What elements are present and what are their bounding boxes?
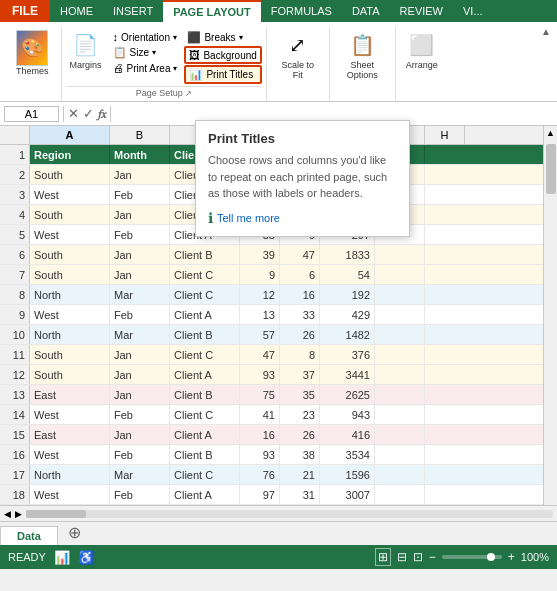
table-row[interactable]: 11 South Jan Client C 47 8 376 bbox=[0, 345, 557, 365]
tooltip-link[interactable]: ℹ Tell me more bbox=[208, 210, 397, 226]
table-row[interactable]: 6 South Jan Client B 39 47 1833 bbox=[0, 245, 557, 265]
cell-month[interactable]: Feb bbox=[110, 185, 170, 204]
cell-f[interactable]: 1596 bbox=[320, 465, 375, 484]
cell-client[interactable]: Client A bbox=[170, 425, 240, 444]
table-row[interactable]: 8 North Mar Client C 12 16 192 bbox=[0, 285, 557, 305]
cell-month[interactable]: Feb bbox=[110, 445, 170, 464]
cell-f[interactable]: 2625 bbox=[320, 385, 375, 404]
cell-client[interactable]: Client B bbox=[170, 245, 240, 264]
cell-d[interactable]: 93 bbox=[240, 445, 280, 464]
cell-region[interactable]: South bbox=[30, 165, 110, 184]
cell-e[interactable]: 31 bbox=[280, 485, 320, 504]
cell-region[interactable]: West bbox=[30, 185, 110, 204]
review-tab[interactable]: REVIEW bbox=[390, 0, 453, 22]
table-row[interactable]: 13 East Jan Client B 75 35 2625 bbox=[0, 385, 557, 405]
cell-f[interactable]: 3441 bbox=[320, 365, 375, 384]
cell-month[interactable]: Jan bbox=[110, 385, 170, 404]
h-scroll-thumb[interactable] bbox=[26, 510, 86, 518]
print-titles-button[interactable]: 📊 Print Titles bbox=[184, 65, 261, 84]
cell-d[interactable]: 47 bbox=[240, 345, 280, 364]
cell-d[interactable]: 76 bbox=[240, 465, 280, 484]
cell-region[interactable]: East bbox=[30, 425, 110, 444]
cell-d[interactable]: 93 bbox=[240, 365, 280, 384]
cell-g[interactable] bbox=[375, 485, 425, 504]
cell-client[interactable]: Client A bbox=[170, 365, 240, 384]
formulas-tab[interactable]: FORMULAS bbox=[261, 0, 342, 22]
cell-e[interactable]: 35 bbox=[280, 385, 320, 404]
cell-client[interactable]: Client B bbox=[170, 325, 240, 344]
zoom-slider-track[interactable] bbox=[442, 555, 502, 559]
cell-g[interactable] bbox=[375, 285, 425, 304]
active-sheet-tab[interactable]: Data bbox=[0, 526, 58, 545]
themes-button[interactable]: 🎨 Themes bbox=[12, 28, 53, 78]
insert-tab[interactable]: INSERT bbox=[103, 0, 163, 22]
cell-d[interactable]: 39 bbox=[240, 245, 280, 264]
scroll-thumb[interactable] bbox=[546, 144, 556, 194]
cell-client[interactable]: Client A bbox=[170, 305, 240, 324]
cell-month[interactable]: Jan bbox=[110, 345, 170, 364]
cell-month[interactable]: Jan bbox=[110, 425, 170, 444]
cell-f[interactable]: 3007 bbox=[320, 485, 375, 504]
cell-f[interactable]: 416 bbox=[320, 425, 375, 444]
cell-e[interactable]: 16 bbox=[280, 285, 320, 304]
home-tab[interactable]: HOME bbox=[50, 0, 103, 22]
cell-g[interactable] bbox=[375, 345, 425, 364]
cell-f[interactable]: 3534 bbox=[320, 445, 375, 464]
background-button[interactable]: 🖼 Background bbox=[184, 46, 261, 64]
scrollbar-vertical[interactable]: ▲ bbox=[543, 126, 557, 505]
cell-month[interactable]: Jan bbox=[110, 165, 170, 184]
cell-client[interactable]: Client C bbox=[170, 265, 240, 284]
cell-client[interactable]: Client B bbox=[170, 445, 240, 464]
cell-region[interactable]: West bbox=[30, 225, 110, 244]
cell-g[interactable] bbox=[375, 445, 425, 464]
cell-g[interactable] bbox=[375, 325, 425, 344]
cell-client[interactable]: Client A bbox=[170, 485, 240, 504]
cell-month[interactable]: Mar bbox=[110, 465, 170, 484]
page-layout-tab[interactable]: PAGE LAYOUT bbox=[163, 0, 261, 22]
cell-mode-icon[interactable]: 📊 bbox=[54, 550, 70, 565]
data-tab[interactable]: DATA bbox=[342, 0, 390, 22]
cell-region[interactable]: South bbox=[30, 205, 110, 224]
cell-e[interactable]: 38 bbox=[280, 445, 320, 464]
cell-client[interactable]: Client C bbox=[170, 345, 240, 364]
cell-month[interactable]: Mar bbox=[110, 285, 170, 304]
cell-client[interactable]: Client C bbox=[170, 285, 240, 304]
cell-g[interactable] bbox=[375, 405, 425, 424]
file-tab[interactable]: FILE bbox=[0, 0, 50, 22]
breaks-button[interactable]: ⬛ Breaks ▾ bbox=[184, 30, 261, 45]
cell-f[interactable]: 429 bbox=[320, 305, 375, 324]
cell-f[interactable]: 1833 bbox=[320, 245, 375, 264]
cell-region[interactable]: North bbox=[30, 465, 110, 484]
add-sheet-button[interactable]: ⊕ bbox=[58, 520, 91, 545]
accessibility-icon[interactable]: ♿ bbox=[78, 550, 94, 565]
cell-g[interactable] bbox=[375, 365, 425, 384]
cell-g[interactable] bbox=[375, 265, 425, 284]
cell-client[interactable]: Client B bbox=[170, 385, 240, 404]
table-row[interactable]: 10 North Mar Client B 57 26 1482 bbox=[0, 325, 557, 345]
zoom-plus-icon[interactable]: + bbox=[508, 550, 515, 564]
view-normal-icon[interactable]: ⊞ bbox=[375, 548, 391, 566]
cell-region[interactable]: South bbox=[30, 345, 110, 364]
name-box[interactable] bbox=[4, 106, 59, 122]
cell-f[interactable]: 943 bbox=[320, 405, 375, 424]
ribbon-collapse-button[interactable]: ▲ bbox=[537, 24, 555, 39]
table-row[interactable]: 16 West Feb Client B 93 38 3534 bbox=[0, 445, 557, 465]
h-scroll-track[interactable] bbox=[26, 510, 553, 518]
cell-month[interactable]: Jan bbox=[110, 205, 170, 224]
page-setup-label[interactable]: Page Setup ↗ bbox=[66, 86, 262, 100]
margins-button[interactable]: 📄 Margins bbox=[66, 28, 106, 72]
cell-g[interactable] bbox=[375, 425, 425, 444]
view-pageview-icon[interactable]: ⊡ bbox=[413, 550, 423, 564]
cell-region[interactable]: South bbox=[30, 365, 110, 384]
cell-f[interactable]: 192 bbox=[320, 285, 375, 304]
cell-d[interactable]: 13 bbox=[240, 305, 280, 324]
cell-region[interactable]: Region bbox=[30, 145, 110, 164]
cell-client[interactable]: Client C bbox=[170, 405, 240, 424]
cell-e[interactable]: 6 bbox=[280, 265, 320, 284]
cancel-formula-icon[interactable]: ✕ bbox=[68, 106, 79, 121]
cell-f[interactable]: 1482 bbox=[320, 325, 375, 344]
table-row[interactable]: 15 East Jan Client A 16 26 416 bbox=[0, 425, 557, 445]
size-button[interactable]: 📋 Size ▾ bbox=[110, 45, 181, 60]
cell-region[interactable]: East bbox=[30, 385, 110, 404]
cell-month[interactable]: Feb bbox=[110, 405, 170, 424]
